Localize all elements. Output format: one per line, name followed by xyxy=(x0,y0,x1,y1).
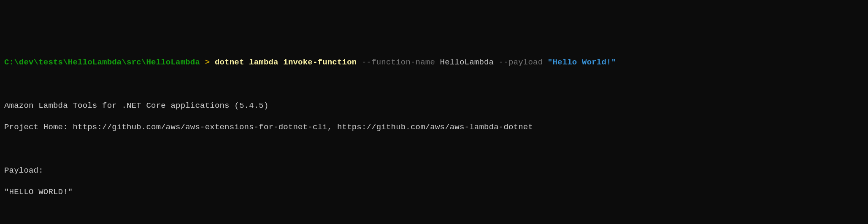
arg-payload: "Hello World!" xyxy=(548,58,616,67)
arg-function-name: HelloLambda xyxy=(440,58,494,67)
command-line-1: C:\dev\tests\HelloLambda\src\HelloLambda… xyxy=(4,57,864,68)
command-name: dotnet lambda invoke-function xyxy=(215,58,357,67)
payload-label: Payload: xyxy=(4,165,864,176)
prompt-separator: > xyxy=(200,58,215,67)
blank-line xyxy=(4,208,864,219)
flag-function-name: --function-name xyxy=(357,58,440,67)
prompt-path: C:\dev\tests\HelloLambda\src\HelloLambda xyxy=(4,58,200,67)
payload-value: "HELLO WORLD!" xyxy=(4,187,864,198)
flag-payload: --payload xyxy=(494,58,548,67)
project-home: Project Home: https://github.com/aws/aws… xyxy=(4,122,864,133)
blank-line xyxy=(4,144,864,155)
tool-title: Amazon Lambda Tools for .NET Core applic… xyxy=(4,101,864,112)
blank-line xyxy=(4,79,864,90)
terminal-output[interactable]: C:\dev\tests\HelloLambda\src\HelloLambda… xyxy=(4,47,864,224)
